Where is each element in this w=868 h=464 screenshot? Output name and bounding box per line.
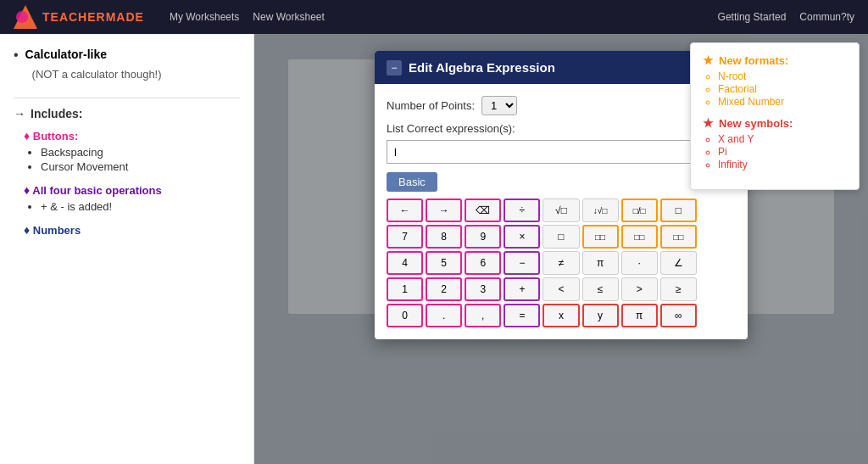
top-navigation: TEACHERMADE My Worksheets New Worksheet … — [0, 0, 868, 34]
kb-comma[interactable]: , — [465, 304, 501, 327]
nav-right: Getting Started Commun?ty — [718, 11, 854, 23]
kb-square[interactable]: □ — [660, 198, 697, 222]
kb-left-arrow[interactable]: ← — [387, 198, 423, 222]
kb-8[interactable]: 8 — [426, 225, 462, 249]
kb-lt[interactable]: < — [542, 277, 579, 301]
expression-label: List Correct expression(s): — [387, 122, 736, 135]
includes-section: → Includes: ♦ Buttons: Backspacing Curso… — [14, 107, 240, 237]
kb-empty-r5 — [699, 304, 736, 327]
logo-icon — [14, 5, 37, 29]
kb-empty-r4 — [699, 277, 736, 301]
kb-dot[interactable]: · — [621, 251, 658, 275]
kb-empty-r3 — [699, 251, 736, 275]
kb-2[interactable]: 2 — [426, 277, 462, 301]
kb-7[interactable]: 7 — [387, 225, 423, 249]
new-formats-section: ★ New formats: N-root Factorial Mixed Nu… — [703, 53, 847, 108]
kb-9[interactable]: 9 — [465, 225, 501, 249]
kb-mixed3[interactable]: □□ — [660, 225, 697, 249]
dialog-title: Edit Algebra Expression — [409, 60, 555, 75]
kb-mixed1[interactable]: □□ — [582, 225, 619, 249]
buttons-label: Buttons: — [33, 130, 78, 143]
new-symbols-title: New symbols: — [719, 117, 793, 130]
buttons-item-1: Backspacing — [41, 146, 240, 159]
star-orange-icon: ★ — [703, 53, 714, 67]
new-symbols-section: ★ New symbols: X and Y Pi Infinity — [703, 116, 847, 171]
kb-empty-r1 — [699, 198, 736, 222]
kb-gt[interactable]: > — [621, 277, 658, 301]
includes-header: → Includes: — [14, 107, 240, 120]
kb-pi-sym[interactable]: π — [621, 304, 658, 327]
points-row: Number of Points: 1 — [387, 96, 736, 115]
kb-sqrt[interactable]: √□ — [542, 198, 579, 222]
nav-links: My Worksheets New Worksheet — [170, 11, 325, 23]
bullet-icon: • — [14, 48, 19, 63]
nav-getting-started[interactable]: Getting Started — [718, 11, 787, 23]
symbol-item-pi: Pi — [718, 146, 847, 158]
numbers-section: ♦ Numbers — [24, 223, 240, 237]
format-item-factorial: Factorial — [718, 83, 847, 95]
svg-point-1 — [16, 11, 28, 23]
kb-multiply[interactable]: × — [504, 225, 540, 249]
expression-input[interactable] — [387, 140, 710, 164]
main-area: • Calculator-like (NOT a calculator thou… — [0, 34, 868, 464]
nav-community[interactable]: Commun?ty — [799, 11, 854, 23]
kb-infinity[interactable]: ∞ — [660, 304, 697, 327]
kb-angle[interactable]: ∠ — [660, 251, 697, 275]
kb-0[interactable]: 0 — [387, 304, 423, 327]
numbers-label: Numbers — [33, 224, 81, 237]
nav-my-worksheets[interactable]: My Worksheets — [170, 11, 239, 23]
buttons-list: Backspacing Cursor Movement — [41, 146, 240, 173]
kb-neq[interactable]: ≠ — [542, 251, 579, 275]
symbol-item-infinity: Infinity — [718, 159, 847, 171]
kb-x[interactable]: x — [542, 304, 579, 327]
kb-3[interactable]: 3 — [465, 277, 501, 301]
kb-y[interactable]: y — [582, 304, 619, 327]
logo-text: TEACHERMADE — [42, 10, 144, 24]
points-select[interactable]: 1 — [481, 96, 517, 115]
left-panel-header: Calculator-like — [25, 48, 162, 61]
kb-nth-root[interactable]: ↓√□ — [582, 198, 619, 222]
expression-row: ✕ — [387, 140, 736, 164]
numbers-title: ♦ Numbers — [24, 223, 240, 237]
kb-lte[interactable]: ≤ — [582, 277, 619, 301]
kb-gte[interactable]: ≥ — [660, 277, 697, 301]
nav-new-worksheet[interactable]: New Worksheet — [253, 11, 324, 23]
kb-box-r2c1[interactable]: □ — [542, 225, 579, 249]
logo[interactable]: TEACHERMADE — [14, 5, 144, 29]
symbol-item-xy: X and Y — [718, 133, 847, 145]
buttons-title: ♦ Buttons: — [24, 129, 240, 143]
kb-equals[interactable]: = — [504, 304, 540, 327]
keyboard-grid: ← → ⌫ ÷ √□ ↓√□ □/□ □ 7 — [387, 198, 736, 327]
buttons-section: ♦ Buttons: Backspacing Cursor Movement — [24, 129, 240, 173]
kb-5[interactable]: 5 — [426, 251, 462, 275]
kb-right-arrow[interactable]: → — [426, 198, 462, 222]
tab-basic[interactable]: Basic — [387, 172, 437, 192]
star-red-icon: ★ — [703, 116, 714, 130]
points-label: Number of Points: — [387, 99, 475, 112]
kb-plus-r1[interactable]: ÷ — [504, 198, 540, 222]
kb-minus[interactable]: − — [504, 251, 540, 275]
diamond-pink-icon: ♦ — [24, 129, 30, 143]
kb-mixed2[interactable]: □□ — [621, 225, 658, 249]
kb-plus[interactable]: + — [504, 277, 540, 301]
kb-6[interactable]: 6 — [465, 251, 501, 275]
format-item-mixed: Mixed Number — [718, 96, 847, 108]
kb-backspace[interactable]: ⌫ — [465, 198, 501, 222]
left-panel-subheader: (NOT a calculator though!) — [32, 68, 162, 81]
keyboard-area: Basic × ← → ⌫ ÷ — [387, 172, 736, 327]
dialog-minimize-button[interactable]: − — [387, 60, 402, 75]
kb-decimal[interactable]: . — [426, 304, 462, 327]
operations-section: ♦ All four basic operations + & - is add… — [24, 183, 240, 213]
kb-pi[interactable]: π — [582, 251, 619, 275]
kb-fraction[interactable]: □/□ — [621, 198, 658, 222]
operations-title: ♦ All four basic operations — [24, 183, 240, 197]
kb-1[interactable]: 1 — [387, 277, 423, 301]
worksheet-area: − Edit Algebra Expression ✕ Number of Po… — [254, 34, 868, 464]
format-item-nroot: N-root — [718, 70, 847, 82]
buttons-item-2: Cursor Movement — [41, 160, 240, 173]
new-formats-header: ★ New formats: — [703, 53, 847, 67]
new-symbols-list: X and Y Pi Infinity — [718, 133, 847, 171]
kb-empty-r2 — [699, 225, 736, 249]
operations-list: + & - is added! — [41, 200, 240, 213]
kb-4[interactable]: 4 — [387, 251, 423, 275]
